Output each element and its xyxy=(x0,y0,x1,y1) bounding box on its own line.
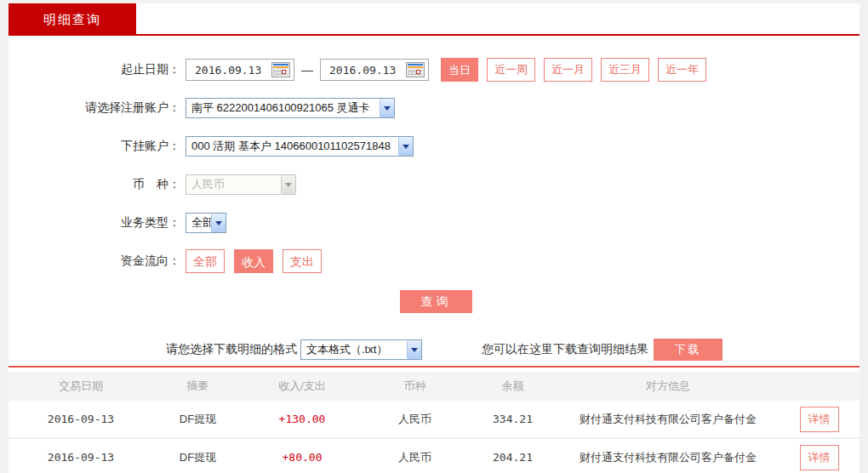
query-button[interactable]: 查询 xyxy=(400,290,472,313)
register-account-value: 南平 6222001406100921065 灵通卡 xyxy=(186,100,380,116)
cell-counterparty: 财付通支付科技有限公司客户备付金 xyxy=(557,412,779,427)
fund-direction-label: 资金流向： xyxy=(9,254,180,269)
table-row: 2016-09-13 DF提现 +130.00 人民币 334.21 财付通支付… xyxy=(9,401,859,439)
content-card: 明细查询 起止日期： 2016.09.13 — 2016.09.13 xyxy=(9,3,859,472)
currency-row: 币 种： 人民币 xyxy=(9,173,859,197)
register-account-label: 请选择注册账户： xyxy=(9,100,180,116)
start-date-value: 2016.09.13 xyxy=(195,64,261,77)
calendar-icon[interactable] xyxy=(271,62,290,77)
header-balance: 余额 xyxy=(468,379,557,394)
currency-value: 人民币 xyxy=(186,177,281,192)
end-date-value: 2016.09.13 xyxy=(329,64,396,77)
linked-account-select[interactable]: 000 活期 基本户 1406600101102571848 xyxy=(186,136,414,157)
tab-bar: 明细查询 xyxy=(9,3,859,36)
linked-account-value: 000 活期 基本户 1406600101102571848 xyxy=(186,139,398,154)
header-summary: 摘要 xyxy=(153,379,243,394)
linked-account-row: 下挂账户： 000 活期 基本户 1406600101102571848 xyxy=(9,134,859,158)
business-type-row: 业务类型： 全部 xyxy=(9,211,859,235)
chevron-down-icon[interactable] xyxy=(398,137,413,156)
cell-amount: +130.00 xyxy=(243,413,362,425)
chevron-down-icon[interactable] xyxy=(407,340,421,359)
chevron-down-icon[interactable] xyxy=(380,99,394,117)
cell-summary: DF提现 xyxy=(153,450,243,465)
currency-select: 人民币 xyxy=(186,174,296,195)
quick-button-last-year[interactable]: 近一年 xyxy=(658,58,706,82)
cell-currency: 人民币 xyxy=(362,450,468,465)
business-type-value: 全部 xyxy=(186,215,211,231)
register-account-select[interactable]: 南平 6222001406100921065 灵通卡 xyxy=(186,98,395,118)
fund-direction-income-button[interactable]: 收入 xyxy=(234,249,273,273)
cell-currency: 人民币 xyxy=(362,412,468,427)
quick-button-last-week[interactable]: 近一周 xyxy=(487,58,535,82)
fund-direction-row: 资金流向： 全部 收入 支出 xyxy=(9,249,859,273)
chevron-down-icon[interactable] xyxy=(211,214,226,232)
date-range-row: 起止日期： 2016.09.13 — 2016.09.13 当日 xyxy=(9,58,859,82)
download-row: 请您选择下载明细的格式 文本格式（.txt） 您可以在这里下载查询明细结果 下载 xyxy=(9,339,859,361)
query-button-row: 查询 xyxy=(9,290,859,313)
cell-summary: DF提现 xyxy=(153,412,243,427)
detail-button[interactable]: 详情 xyxy=(800,407,839,432)
detail-button[interactable]: 详情 xyxy=(800,445,839,470)
cell-balance: 204.21 xyxy=(468,451,557,464)
fund-direction-expense-button[interactable]: 支出 xyxy=(283,249,322,273)
currency-label: 币 种： xyxy=(9,177,180,192)
header-counterparty: 对方信息 xyxy=(557,379,779,394)
register-account-row: 请选择注册账户： 南平 6222001406100921065 灵通卡 xyxy=(9,96,859,120)
download-button[interactable]: 下载 xyxy=(654,339,722,361)
quick-button-last-3-months[interactable]: 近三月 xyxy=(601,58,649,82)
download-hint-text: 您可以在这里下载查询明细结果 xyxy=(482,342,648,357)
cell-transaction-date: 2016-09-13 xyxy=(9,413,153,425)
calendar-icon[interactable] xyxy=(406,62,425,77)
business-type-select[interactable]: 全部 xyxy=(186,213,226,233)
download-format-value: 文本格式（.txt） xyxy=(301,342,407,357)
date-range-separator: — xyxy=(301,63,313,77)
fund-direction-all-button[interactable]: 全部 xyxy=(186,249,225,273)
table-header-row: 交易日期 摘要 收入/支出 币种 余额 对方信息 xyxy=(9,372,859,401)
download-format-select[interactable]: 文本格式（.txt） xyxy=(300,339,422,360)
header-income-expense: 收入/支出 xyxy=(243,379,362,394)
cell-amount: +80.00 xyxy=(243,451,362,464)
chevron-down-icon xyxy=(281,175,295,194)
end-date-input[interactable]: 2016.09.13 xyxy=(320,59,429,81)
cell-transaction-date: 2016-09-13 xyxy=(9,451,153,464)
date-range-label: 起止日期： xyxy=(9,62,180,77)
start-date-input[interactable]: 2016.09.13 xyxy=(186,59,294,81)
quick-period-buttons: 当日 近一周 近一月 近三月 近一年 xyxy=(441,58,715,82)
quick-button-last-month[interactable]: 近一月 xyxy=(544,58,592,82)
business-type-label: 业务类型： xyxy=(9,215,180,231)
table-row: 2016-09-13 DF提现 +80.00 人民币 204.21 财付通支付科… xyxy=(9,439,859,473)
results-table: 交易日期 摘要 收入/支出 币种 余额 对方信息 2016-09-13 DF提现… xyxy=(9,372,859,473)
cell-balance: 334.21 xyxy=(468,413,557,425)
header-transaction-date: 交易日期 xyxy=(9,379,153,394)
table-top-divider xyxy=(9,366,859,368)
tab-detail-query[interactable]: 明细查询 xyxy=(9,3,136,36)
quick-button-today[interactable]: 当日 xyxy=(441,58,478,82)
linked-account-label: 下挂账户： xyxy=(9,139,180,154)
download-format-label: 请您选择下载明细的格式 xyxy=(166,342,297,357)
query-form: 起止日期： 2016.09.13 — 2016.09.13 当日 xyxy=(9,36,859,361)
header-currency: 币种 xyxy=(362,379,468,394)
cell-counterparty: 财付通支付科技有限公司客户备付金 xyxy=(557,450,779,465)
